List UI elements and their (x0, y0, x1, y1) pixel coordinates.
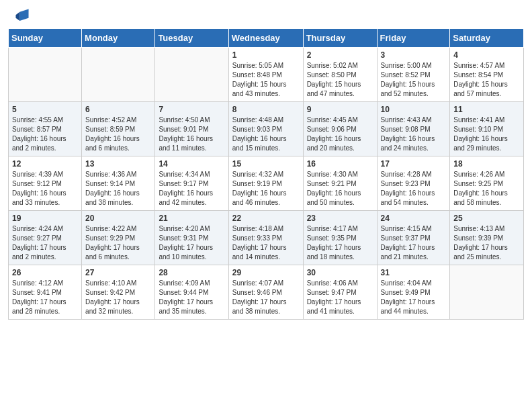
svg-marker-0 (19, 9, 28, 21)
calendar-cell: 19Sunrise: 4:24 AM Sunset: 9:27 PM Dayli… (9, 211, 82, 265)
day-number: 8 (232, 105, 300, 114)
day-number: 18 (453, 159, 520, 169)
day-number: 19 (12, 214, 78, 223)
day-number: 20 (85, 214, 151, 223)
day-info: Sunrise: 5:00 AM Sunset: 8:52 PM Dayligh… (381, 61, 447, 99)
day-info: Sunrise: 4:30 AM Sunset: 9:21 PM Dayligh… (307, 170, 373, 208)
logo-icon (15, 8, 30, 23)
day-number: 2 (307, 50, 373, 60)
day-number: 27 (85, 268, 151, 277)
day-info: Sunrise: 4:26 AM Sunset: 9:25 PM Dayligh… (453, 170, 520, 208)
calendar-cell: 29Sunrise: 4:07 AM Sunset: 9:46 PM Dayli… (228, 265, 303, 320)
day-number: 29 (232, 268, 300, 277)
day-number: 1 (232, 50, 300, 60)
week-row-1: 1Sunrise: 5:05 AM Sunset: 8:48 PM Daylig… (9, 48, 524, 102)
calendar-cell: 1Sunrise: 5:05 AM Sunset: 8:48 PM Daylig… (228, 48, 303, 102)
calendar-cell: 23Sunrise: 4:17 AM Sunset: 9:35 PM Dayli… (303, 211, 377, 265)
day-info: Sunrise: 4:32 AM Sunset: 9:19 PM Dayligh… (232, 170, 300, 208)
calendar-cell (155, 48, 228, 102)
calendar-cell: 18Sunrise: 4:26 AM Sunset: 9:25 PM Dayli… (450, 156, 524, 211)
calendar-cell: 31Sunrise: 4:04 AM Sunset: 9:49 PM Dayli… (377, 265, 450, 320)
calendar-cell: 12Sunrise: 4:39 AM Sunset: 9:12 PM Dayli… (9, 156, 82, 211)
calendar-cell (82, 48, 155, 102)
day-number: 3 (381, 50, 447, 60)
day-number: 16 (307, 159, 373, 169)
calendar-wrapper: SundayMondayTuesdayWednesdayThursdayFrid… (0, 28, 532, 328)
calendar-body: 1Sunrise: 5:05 AM Sunset: 8:48 PM Daylig… (9, 48, 524, 320)
day-info: Sunrise: 4:09 AM Sunset: 9:44 PM Dayligh… (159, 279, 224, 316)
day-info: Sunrise: 4:13 AM Sunset: 9:39 PM Dayligh… (453, 224, 520, 262)
page-header (0, 0, 532, 28)
day-info: Sunrise: 4:34 AM Sunset: 9:17 PM Dayligh… (159, 170, 224, 208)
day-info: Sunrise: 4:43 AM Sunset: 9:08 PM Dayligh… (381, 116, 447, 153)
calendar-cell (9, 48, 82, 102)
calendar-cell: 5Sunrise: 4:55 AM Sunset: 8:57 PM Daylig… (9, 102, 82, 156)
weekday-header-sunday: Sunday (9, 29, 82, 48)
day-info: Sunrise: 4:24 AM Sunset: 9:27 PM Dayligh… (12, 224, 78, 262)
weekday-header-saturday: Saturday (450, 29, 524, 48)
calendar-cell: 22Sunrise: 4:18 AM Sunset: 9:33 PM Dayli… (228, 211, 303, 265)
calendar-cell (450, 265, 524, 320)
calendar-table: SundayMondayTuesdayWednesdayThursdayFrid… (8, 28, 524, 320)
day-info: Sunrise: 4:50 AM Sunset: 9:01 PM Dayligh… (159, 116, 224, 153)
day-number: 28 (159, 268, 224, 277)
day-number: 21 (159, 214, 224, 223)
calendar-cell: 8Sunrise: 4:48 AM Sunset: 9:03 PM Daylig… (228, 102, 303, 156)
day-number: 4 (453, 50, 520, 60)
calendar-cell: 17Sunrise: 4:28 AM Sunset: 9:23 PM Dayli… (377, 156, 450, 211)
day-info: Sunrise: 4:07 AM Sunset: 9:46 PM Dayligh… (232, 279, 300, 316)
weekday-header-wednesday: Wednesday (228, 29, 303, 48)
day-info: Sunrise: 4:20 AM Sunset: 9:31 PM Dayligh… (159, 224, 224, 262)
day-info: Sunrise: 4:04 AM Sunset: 9:49 PM Dayligh… (381, 279, 447, 316)
calendar-cell: 3Sunrise: 5:00 AM Sunset: 8:52 PM Daylig… (377, 48, 450, 102)
calendar-cell: 11Sunrise: 4:41 AM Sunset: 9:10 PM Dayli… (450, 102, 524, 156)
calendar-cell: 6Sunrise: 4:52 AM Sunset: 8:59 PM Daylig… (82, 102, 155, 156)
weekday-header-tuesday: Tuesday (155, 29, 228, 48)
day-number: 10 (381, 105, 447, 114)
day-info: Sunrise: 4:18 AM Sunset: 9:33 PM Dayligh… (232, 224, 300, 262)
calendar-cell: 20Sunrise: 4:22 AM Sunset: 9:29 PM Dayli… (82, 211, 155, 265)
day-number: 7 (159, 105, 224, 114)
calendar-cell: 27Sunrise: 4:10 AM Sunset: 9:42 PM Dayli… (82, 265, 155, 320)
day-info: Sunrise: 4:45 AM Sunset: 9:06 PM Dayligh… (307, 116, 373, 153)
calendar-cell: 28Sunrise: 4:09 AM Sunset: 9:44 PM Dayli… (155, 265, 228, 320)
day-number: 25 (453, 214, 520, 223)
calendar-header: SundayMondayTuesdayWednesdayThursdayFrid… (9, 29, 524, 48)
calendar-cell: 14Sunrise: 4:34 AM Sunset: 9:17 PM Dayli… (155, 156, 228, 211)
day-info: Sunrise: 4:39 AM Sunset: 9:12 PM Dayligh… (12, 170, 78, 208)
day-number: 22 (232, 214, 300, 223)
day-info: Sunrise: 5:02 AM Sunset: 8:50 PM Dayligh… (307, 61, 373, 99)
calendar-cell: 2Sunrise: 5:02 AM Sunset: 8:50 PM Daylig… (303, 48, 377, 102)
day-info: Sunrise: 4:06 AM Sunset: 9:47 PM Dayligh… (307, 279, 373, 316)
day-number: 23 (307, 214, 373, 223)
day-info: Sunrise: 4:36 AM Sunset: 9:14 PM Dayligh… (85, 170, 151, 208)
svg-marker-1 (15, 12, 19, 21)
weekday-header-monday: Monday (82, 29, 155, 48)
day-info: Sunrise: 4:17 AM Sunset: 9:35 PM Dayligh… (307, 224, 373, 262)
day-info: Sunrise: 4:10 AM Sunset: 9:42 PM Dayligh… (85, 279, 151, 316)
day-info: Sunrise: 4:28 AM Sunset: 9:23 PM Dayligh… (381, 170, 447, 208)
day-number: 9 (307, 105, 373, 114)
calendar-cell: 26Sunrise: 4:12 AM Sunset: 9:41 PM Dayli… (9, 265, 82, 320)
day-number: 6 (85, 105, 151, 114)
day-info: Sunrise: 4:12 AM Sunset: 9:41 PM Dayligh… (12, 279, 78, 316)
day-info: Sunrise: 4:15 AM Sunset: 9:37 PM Dayligh… (381, 224, 447, 262)
day-number: 24 (381, 214, 447, 223)
weekday-header-thursday: Thursday (303, 29, 377, 48)
week-row-4: 19Sunrise: 4:24 AM Sunset: 9:27 PM Dayli… (9, 211, 524, 265)
day-number: 5 (12, 105, 78, 114)
weekday-header-friday: Friday (377, 29, 450, 48)
weekday-header-row: SundayMondayTuesdayWednesdayThursdayFrid… (9, 29, 524, 48)
day-number: 26 (12, 268, 78, 277)
calendar-cell: 15Sunrise: 4:32 AM Sunset: 9:19 PM Dayli… (228, 156, 303, 211)
week-row-2: 5Sunrise: 4:55 AM Sunset: 8:57 PM Daylig… (9, 102, 524, 156)
week-row-3: 12Sunrise: 4:39 AM Sunset: 9:12 PM Dayli… (9, 156, 524, 211)
calendar-cell: 13Sunrise: 4:36 AM Sunset: 9:14 PM Dayli… (82, 156, 155, 211)
calendar-cell: 25Sunrise: 4:13 AM Sunset: 9:39 PM Dayli… (450, 211, 524, 265)
day-number: 15 (232, 159, 300, 169)
day-number: 12 (12, 159, 78, 169)
calendar-cell: 7Sunrise: 4:50 AM Sunset: 9:01 PM Daylig… (155, 102, 228, 156)
calendar-cell: 10Sunrise: 4:43 AM Sunset: 9:08 PM Dayli… (377, 102, 450, 156)
day-info: Sunrise: 4:22 AM Sunset: 9:29 PM Dayligh… (85, 224, 151, 262)
day-number: 31 (381, 268, 447, 277)
